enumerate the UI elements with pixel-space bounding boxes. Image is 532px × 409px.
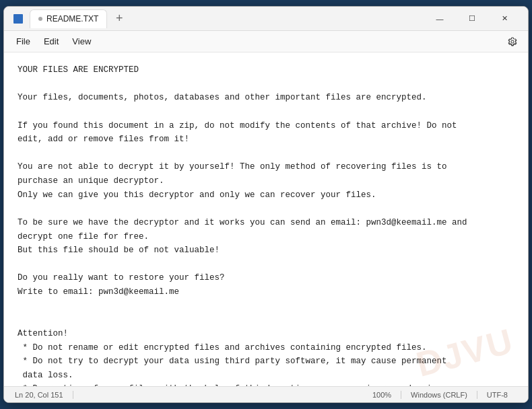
cursor-position: Ln 20, Col 151 [15,391,73,399]
new-tab-button[interactable]: + [110,9,129,28]
status-bar: Ln 20, Col 151 100% Windows (CRLF) UTF-8 [4,386,528,402]
encoding: UTF-8 [477,391,517,399]
menu-edit[interactable]: Edit [37,34,65,49]
text-body: YOUR FILES ARE ENCRYPTED Your files, doc… [18,63,514,386]
text-content-area[interactable]: YOUR FILES ARE ENCRYPTED Your files, doc… [4,52,528,386]
line-ending: Windows (CRLF) [401,391,477,399]
tab-modified-dot [38,17,42,21]
app-icon [12,13,24,25]
tab-area: README.TXT + [30,9,424,28]
menu-file[interactable]: File [9,34,37,49]
svg-rect-3 [15,20,20,22]
settings-button[interactable] [502,32,523,52]
menu-view[interactable]: View [65,34,98,49]
svg-rect-2 [15,18,22,20]
title-bar: README.TXT + — ☐ ✕ [4,7,528,31]
maximize-button[interactable]: ☐ [457,9,488,29]
zoom-level: 100% [363,391,401,399]
tab-label: README.TXT [46,14,98,24]
active-tab[interactable]: README.TXT [30,9,107,28]
window-controls: — ☐ ✕ [424,9,520,29]
menu-bar: File Edit View [4,31,528,52]
notepad-window: README.TXT + — ☐ ✕ File Edit View YOUR F… [3,6,529,403]
minimize-button[interactable]: — [424,9,455,29]
close-button[interactable]: ✕ [489,9,520,29]
svg-rect-1 [15,16,22,17]
